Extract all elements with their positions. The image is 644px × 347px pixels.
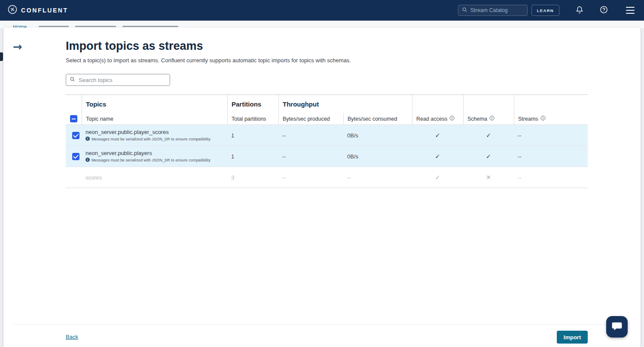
partitions-value: 3 xyxy=(227,167,278,188)
learn-button[interactable]: LEARN xyxy=(531,5,559,16)
schema-cross: ✕ xyxy=(463,167,514,188)
bytes-produced-value: -- xyxy=(278,167,343,188)
info-filled-icon xyxy=(85,158,90,163)
group-header-throughput: Throughput xyxy=(278,95,412,113)
topic-name: scores xyxy=(85,174,102,181)
group-header-partitions: Partitions xyxy=(227,95,278,113)
import-button[interactable]: Import xyxy=(557,331,588,344)
bytes-consumed-value: -- xyxy=(343,167,412,188)
footer-divider xyxy=(14,324,630,325)
streams-value: -- xyxy=(514,146,588,167)
table-header: Topics Partitions Throughput Topic name … xyxy=(66,94,588,125)
column-header-total-partitions: Total partitions xyxy=(227,113,278,125)
partitions-value: 1 xyxy=(227,146,278,167)
column-header-streams: Streams xyxy=(514,113,588,125)
bytes-consumed-value: 0B/s xyxy=(343,125,412,146)
table-row[interactable]: neon_server.public.player_scores Message… xyxy=(66,125,588,146)
help-icon xyxy=(600,6,608,15)
search-icon xyxy=(70,76,75,84)
stream-catalog-search[interactable]: Stream Catalog xyxy=(458,5,528,16)
schema-check: ✓ xyxy=(463,125,514,146)
confluent-logo-icon xyxy=(8,5,17,16)
column-header-topic-name: Topic name xyxy=(82,113,227,125)
bytes-produced-value: -- xyxy=(278,146,343,167)
hamburger-icon xyxy=(626,7,635,8)
back-link[interactable]: Back xyxy=(66,334,78,340)
info-icon[interactable] xyxy=(449,116,455,122)
chat-widget-button[interactable] xyxy=(606,316,628,338)
bytes-produced-value: -- xyxy=(278,125,343,146)
topic-name: neon_server.public.players xyxy=(85,150,152,156)
page-title: Import topics as streams xyxy=(66,40,203,53)
read-access-check: ✓ xyxy=(412,125,463,146)
chat-bubble-icon xyxy=(611,321,623,333)
info-icon[interactable] xyxy=(540,116,546,122)
bytes-consumed-value: 0B/s xyxy=(343,146,412,167)
collapsed-sidebar-sliver xyxy=(0,52,3,61)
bell-icon xyxy=(576,6,583,15)
screen: CONFLUENT Stream Catalog LEARN xyxy=(0,0,644,347)
info-icon[interactable] xyxy=(489,116,494,122)
select-all-checkbox[interactable] xyxy=(70,115,77,122)
notifications-button[interactable] xyxy=(576,6,583,15)
row-checkbox[interactable] xyxy=(72,153,79,160)
page-subtitle: Select a topic(s) to import as streams. … xyxy=(66,57,351,64)
row-checkbox[interactable] xyxy=(72,132,79,139)
column-header-schema: Schema xyxy=(463,113,514,125)
streams-value: -- xyxy=(514,125,588,146)
search-topics-input[interactable] xyxy=(78,76,166,84)
confluent-brand[interactable]: CONFLUENT xyxy=(8,5,68,16)
table-row-disabled: scores 3 -- -- ✓ ✕ -- xyxy=(66,167,588,188)
column-header-read-access: Read access xyxy=(412,113,463,125)
streams-value: -- xyxy=(514,167,588,188)
import-topics-panel: → Import topics as streams Select a topi… xyxy=(3,27,641,347)
topic-name: neon_server.public.player_scores xyxy=(85,129,169,135)
help-button[interactable] xyxy=(600,6,608,15)
search-topics-box xyxy=(66,74,170,86)
topic-note: Messages must be serialized with JSON_SR… xyxy=(85,137,211,142)
breadcrumb-clipped-segment xyxy=(122,26,178,27)
partitions-value: 1 xyxy=(227,125,278,146)
group-header-topics: Topics xyxy=(82,95,227,113)
search-icon xyxy=(462,6,467,14)
collapse-panel-arrow-icon[interactable]: → xyxy=(13,41,22,52)
schema-check: ✓ xyxy=(463,146,514,167)
breadcrumb-clipped-segment xyxy=(39,26,69,27)
info-filled-icon xyxy=(85,137,90,142)
stream-catalog-search-placeholder: Stream Catalog xyxy=(470,7,508,13)
menu-button[interactable] xyxy=(626,7,635,14)
top-navigation-bar: CONFLUENT Stream Catalog LEARN xyxy=(0,0,644,21)
brand-name: CONFLUENT xyxy=(21,7,68,14)
topic-note: Messages must be serialized with JSON_SR… xyxy=(85,158,211,163)
breadcrumb-clipped-segment xyxy=(75,26,116,27)
topics-table: Topics Partitions Throughput Topic name … xyxy=(66,94,588,188)
read-access-check: ✓ xyxy=(412,167,463,188)
column-header-bytes-produced: Bytes/sec produced xyxy=(278,113,343,125)
column-header-bytes-consumed: Bytes/sec consumed xyxy=(343,113,412,125)
table-row[interactable]: neon_server.public.players Messages must… xyxy=(66,146,588,167)
read-access-check: ✓ xyxy=(412,146,463,167)
